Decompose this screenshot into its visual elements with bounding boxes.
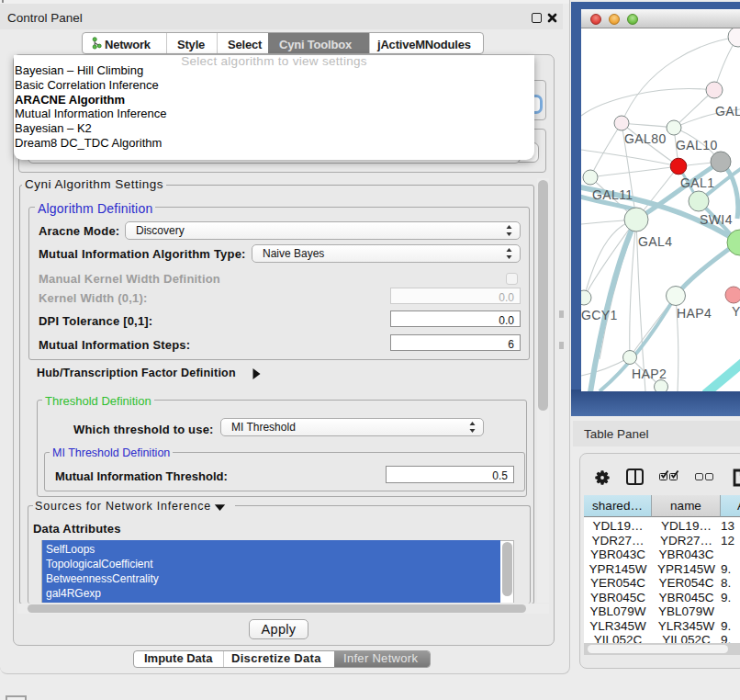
- svg-text:HAP4: HAP4: [677, 306, 712, 321]
- svg-text:SWI4: SWI4: [700, 212, 733, 227]
- svg-text:GCY1: GCY1: [581, 308, 618, 322]
- svg-text:GAL10: GAL10: [676, 138, 718, 152]
- svg-text:GAL4: GAL4: [638, 234, 672, 249]
- svg-text:Y: Y: [732, 304, 740, 319]
- svg-text:HAP2: HAP2: [632, 367, 667, 381]
- svg-text:GAL1: GAL1: [680, 175, 714, 190]
- svg-text:GAL: GAL: [715, 104, 740, 119]
- svg-text:GAL80: GAL80: [624, 131, 667, 146]
- svg-text:GAL11: GAL11: [592, 187, 633, 202]
